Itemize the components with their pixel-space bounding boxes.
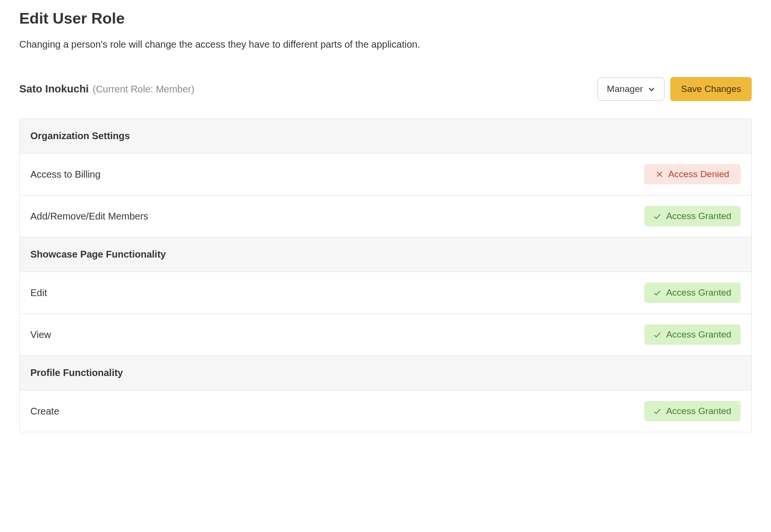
- permission-row: Access to Billing Access Denied: [20, 154, 751, 195]
- permission-label: Edit: [30, 287, 47, 298]
- section-header-organization-settings: Organization Settings: [20, 119, 751, 154]
- permission-row: Add/Remove/Edit Members Access Granted: [20, 195, 751, 237]
- permission-label: View: [30, 329, 51, 340]
- access-granted-badge: Access Granted: [644, 206, 741, 226]
- controls: Manager Save Changes: [598, 77, 752, 101]
- section-header-showcase-page-functionality: Showcase Page Functionality: [20, 237, 751, 272]
- permission-row: Edit Access Granted: [20, 272, 751, 314]
- permission-label: Create: [30, 406, 59, 417]
- x-icon: [656, 170, 664, 178]
- badge-label: Access Granted: [666, 406, 731, 416]
- access-granted-badge: Access Granted: [644, 401, 741, 421]
- chevron-down-icon: [648, 85, 655, 93]
- user-header: Sato Inokuchi (Current Role: Member) Man…: [19, 77, 752, 101]
- permissions-table: Organization Settings Access to Billing …: [19, 118, 752, 432]
- badge-label: Access Denied: [668, 169, 730, 180]
- check-icon: [653, 289, 661, 297]
- access-granted-badge: Access Granted: [644, 324, 741, 345]
- access-granted-badge: Access Granted: [644, 283, 741, 303]
- page-description: Changing a person's role will change the…: [19, 39, 752, 50]
- user-name: Sato Inokuchi: [19, 83, 89, 95]
- role-dropdown-value: Manager: [607, 84, 643, 94]
- check-icon: [653, 212, 661, 220]
- badge-label: Access Granted: [666, 329, 731, 340]
- badge-label: Access Granted: [666, 211, 731, 221]
- current-role-label: (Current Role: Member): [93, 84, 194, 95]
- permission-row: Create Access Granted: [20, 390, 751, 432]
- user-info: Sato Inokuchi (Current Role: Member): [19, 83, 194, 95]
- save-changes-button[interactable]: Save Changes: [670, 77, 752, 101]
- section-header-profile-functionality: Profile Functionality: [20, 356, 751, 390]
- check-icon: [653, 331, 661, 338]
- permission-row: View Access Granted: [20, 314, 751, 356]
- page-title: Edit User Role: [19, 10, 752, 27]
- badge-label: Access Granted: [666, 287, 731, 298]
- access-denied-badge: Access Denied: [644, 164, 741, 184]
- permission-label: Access to Billing: [30, 169, 101, 180]
- role-selector-dropdown[interactable]: Manager: [598, 78, 665, 101]
- permission-label: Add/Remove/Edit Members: [30, 211, 148, 222]
- check-icon: [653, 407, 661, 415]
